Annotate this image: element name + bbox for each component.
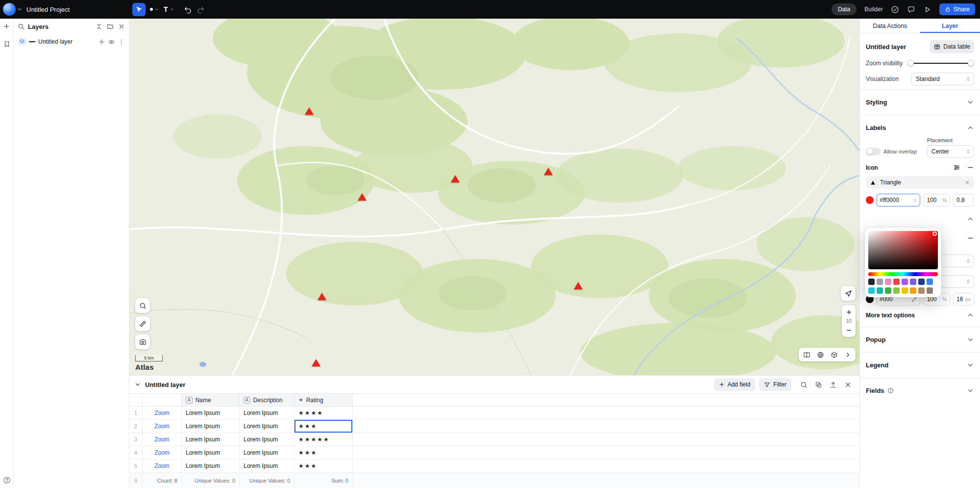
slider-handle-max[interactable] [968,60,974,66]
hue-slider[interactable] [868,272,938,276]
point-tool-button[interactable] [150,7,159,12]
name-cell[interactable]: Lorem Ipsum [182,460,240,472]
close-icon[interactable] [118,23,125,30]
name-cell[interactable]: Lorem Ipsum [182,433,240,446]
comments-icon[interactable] [907,5,915,14]
map-marker[interactable] [544,168,553,175]
saturation-cursor[interactable] [932,231,937,236]
color-swatch[interactable] [902,287,908,294]
mode-tab-data[interactable]: Data [832,3,857,15]
icon-size-field[interactable]: 0.8 [953,194,974,206]
description-cell[interactable]: Lorem Ipsum [240,460,294,472]
rating-cell[interactable]: ★★★ [294,446,353,459]
search-icon[interactable] [18,23,24,30]
icon-hex-input[interactable] [880,197,905,204]
rating-cell[interactable]: ★★★ [294,420,353,433]
add-field-button[interactable]: Add field [714,378,756,391]
placement-select[interactable]: Center [927,145,974,158]
color-swatch[interactable] [877,287,883,294]
saturation-area[interactable] [868,231,938,269]
color-swatch[interactable] [927,279,933,285]
measure-ruler-button[interactable] [135,316,150,331]
table-search-icon[interactable] [800,381,808,388]
filter-button[interactable]: Filter [759,378,791,391]
export-upload-icon[interactable] [830,381,837,388]
screenshot-camera-button[interactable] [135,334,150,349]
globe-icon[interactable] [814,348,827,361]
styling-section-header[interactable]: Styling [866,94,974,111]
chevron-right-icon[interactable] [841,348,854,361]
undo-button[interactable] [184,5,192,14]
map-canvas[interactable]: 5 km Atlas 10 [129,19,859,375]
map-marker[interactable] [574,282,583,289]
bookmark-icon[interactable] [3,41,10,48]
color-swatch[interactable] [910,279,916,285]
text-tool-button[interactable]: T [164,5,174,13]
chevron-down-icon[interactable] [17,6,23,12]
zoom-out-button[interactable] [843,325,854,335]
labels-section-header[interactable]: Labels [866,119,974,136]
description-unique-stat[interactable]: Unique Values: 0 [240,473,294,488]
map-marker[interactable] [305,107,314,115]
collapse-all-icon[interactable] [96,23,102,30]
icon-chip-triangle[interactable]: Triangle [866,176,974,189]
text-section-header[interactable] [866,210,974,228]
description-cell[interactable]: Lorem Ipsum [240,446,294,459]
color-swatch[interactable] [927,287,933,294]
new-group-icon[interactable] [107,23,114,30]
color-swatch[interactable] [893,279,900,285]
visualization-select[interactable]: Standard [911,73,974,85]
column-header-rating[interactable]: ★ Rating [294,394,353,406]
zoom-link-cell[interactable]: Zoom [143,407,182,419]
clear-hex-icon[interactable] [912,198,917,203]
description-cell[interactable]: Lorem Ipsum [240,407,294,419]
visibility-eye-icon[interactable] [108,39,115,45]
zoom-link-cell[interactable]: Zoom [143,446,182,459]
locate-me-button[interactable] [841,286,856,301]
fields-section-header[interactable]: Fields [866,382,974,399]
remove-minus-icon[interactable] [967,164,974,171]
allow-overlap-toggle[interactable] [866,148,881,155]
zoom-count-stat[interactable]: Count: 8 [143,473,182,488]
adjustments-sliders-icon[interactable] [953,164,960,171]
color-swatch[interactable] [910,287,916,294]
tab-data-actions[interactable]: Data Actions [860,19,920,33]
collapse-chevron-icon[interactable] [134,381,141,388]
share-button[interactable]: Share [939,3,975,15]
icon-opacity-field[interactable]: 100 % [923,194,950,206]
zoom-visibility-slider[interactable] [907,60,974,67]
tasks-check-icon[interactable] [891,5,899,14]
more-options-icon[interactable] [118,39,124,45]
map-marker[interactable] [318,293,326,300]
remove-icon-x[interactable] [964,180,970,185]
data-table-button[interactable]: Data table [930,40,974,53]
select-tool-button[interactable] [132,3,146,16]
name-cell[interactable]: Lorem Ipsum [182,420,240,433]
map-search-button[interactable] [135,298,150,313]
rating-cell[interactable]: ★★★★★ [294,433,353,446]
popup-section-header[interactable]: Popup [866,331,974,348]
zoom-in-button[interactable] [843,307,854,317]
description-cell[interactable]: Lorem Ipsum [240,433,294,446]
add-layer-button[interactable] [3,23,10,30]
color-swatch[interactable] [918,279,925,285]
color-swatch[interactable] [868,287,875,294]
color-swatch[interactable] [885,279,891,285]
color-swatch[interactable] [885,287,891,294]
color-swatch[interactable] [893,287,900,294]
map-marker[interactable] [451,175,460,182]
rating-cell[interactable]: ★★★★ [294,407,353,419]
close-table-icon[interactable] [844,381,852,388]
color-swatch[interactable] [902,279,908,285]
description-cell[interactable]: Lorem Ipsum [240,420,294,433]
column-header-description[interactable]: A Description [240,394,294,406]
help-icon[interactable] [3,476,11,484]
legend-section-header[interactable]: Legend [866,357,974,374]
color-swatch[interactable] [868,279,875,285]
remove-minus-icon[interactable] [967,234,974,242]
map-marker[interactable] [312,359,320,366]
tab-layer[interactable]: Layer [920,19,980,33]
color-swatch[interactable] [877,279,883,285]
present-play-icon[interactable] [923,5,931,14]
zoom-link-cell[interactable]: Zoom [143,420,182,433]
